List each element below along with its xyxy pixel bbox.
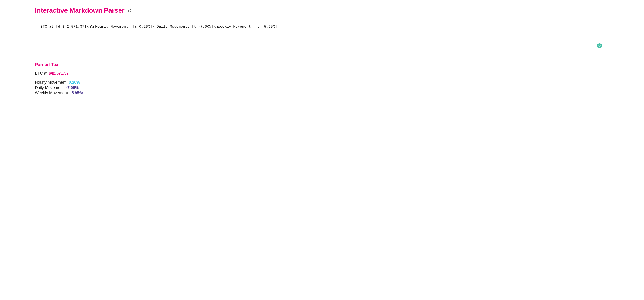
parsed-line-2-value: 0.26% (69, 80, 80, 85)
svg-line-0 (130, 9, 131, 11)
parsed-line-3-prefix: Daily Movement: (35, 86, 66, 90)
external-link-icon[interactable] (128, 9, 132, 13)
parsed-line-1: BTC at $42,571.37 (35, 71, 609, 76)
parsed-line-4: Weekly Movement: -5.95% (35, 90, 609, 96)
parsed-output: BTC at $42,571.37 Hourly Movement: 0.26%… (35, 71, 609, 96)
grammarly-icon[interactable] (597, 43, 602, 48)
parsed-line-2-prefix: Hourly Movement: (35, 80, 69, 85)
markdown-input[interactable] (35, 19, 609, 55)
parsed-line-2: Hourly Movement: 0.26% (35, 80, 609, 85)
parsed-line-3: Daily Movement: -7.00% (35, 85, 609, 90)
parsed-line-3-value: -7.00% (66, 86, 79, 90)
parsed-line-4-prefix: Weekly Movement: (35, 91, 70, 95)
parsed-line-1-value: $42,571.37 (48, 71, 69, 75)
input-area (35, 19, 609, 56)
parsed-line-4-value: -5.95% (70, 91, 83, 95)
parsed-section-title: Parsed Text (35, 62, 609, 67)
parsed-line-1-prefix: BTC at (35, 71, 48, 75)
page-title: Interactive Markdown Parser (35, 7, 124, 14)
